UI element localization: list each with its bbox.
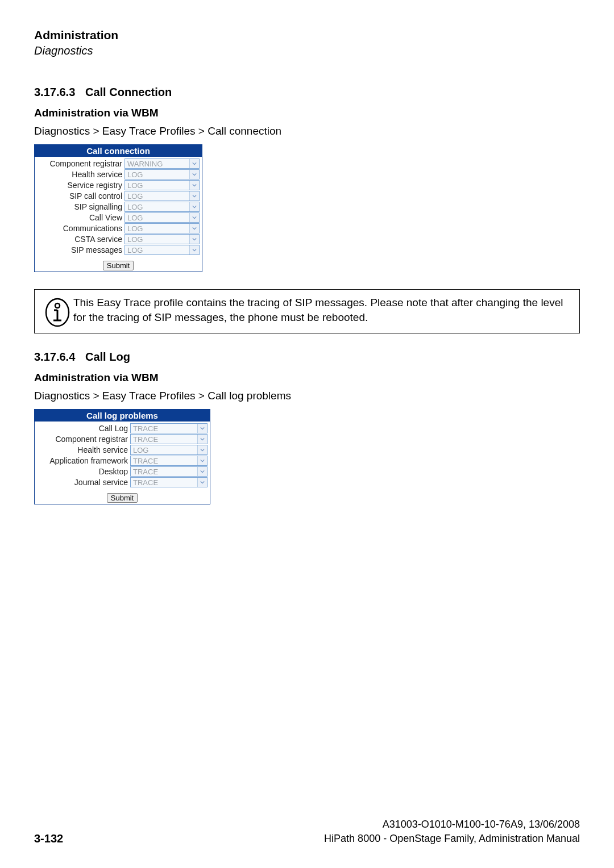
dropdown-value: WARNING	[127, 160, 163, 168]
panel-call-connection: Call connection Component registrarWARNI…	[34, 144, 202, 272]
chevron-down-icon[interactable]	[189, 235, 199, 244]
chevron-down-icon[interactable]	[197, 478, 207, 487]
chevron-down-icon[interactable]	[197, 456, 207, 465]
header-title: Administration	[34, 28, 580, 42]
dropdown-value: LOG	[127, 235, 143, 244]
row-label: Health service	[37, 170, 125, 179]
dropdown-value: LOG	[127, 203, 143, 211]
chevron-down-icon[interactable]	[189, 213, 199, 222]
submit-button[interactable]: Submit	[103, 261, 134, 270]
log-level-dropdown[interactable]: TRACE	[130, 423, 208, 433]
panel-row: Call ViewLOG	[37, 212, 200, 223]
chevron-down-icon[interactable]	[189, 181, 199, 190]
panel-row: Health serviceLOG	[37, 445, 208, 455]
row-label: CSTA service	[37, 235, 125, 244]
row-label: SIP messages	[37, 245, 125, 254]
submit-button[interactable]: Submit	[107, 493, 138, 503]
panel-row: Application frameworkTRACE	[37, 456, 208, 466]
log-level-dropdown[interactable]: LOG	[130, 445, 208, 455]
chevron-down-icon[interactable]	[189, 224, 199, 233]
dropdown-value: LOG	[127, 170, 143, 179]
log-level-dropdown[interactable]: TRACE	[130, 477, 208, 487]
panel-row: CommunicationsLOG	[37, 223, 200, 233]
dropdown-value: TRACE	[133, 468, 158, 476]
dropdown-value: LOG	[127, 224, 143, 233]
log-level-dropdown[interactable]: LOG	[125, 212, 200, 223]
panel-title: Call connection	[35, 145, 202, 157]
log-level-dropdown[interactable]: LOG	[125, 169, 200, 180]
dropdown-value: LOG	[127, 192, 143, 201]
dropdown-value: LOG	[127, 246, 143, 254]
page-number: 3-132	[34, 832, 63, 845]
log-level-dropdown[interactable]: LOG	[125, 180, 200, 190]
row-label: Call View	[37, 213, 125, 222]
subheading-admin-wbm: Administration via WBM	[34, 107, 580, 119]
row-label: Service registry	[37, 181, 125, 190]
panel-row: Journal serviceTRACE	[37, 477, 208, 487]
row-label: Application framework	[37, 456, 130, 465]
panel-row: Call LogTRACE	[37, 423, 208, 433]
dropdown-value: TRACE	[133, 457, 158, 465]
row-label: SIP call control	[37, 191, 125, 201]
row-label: Journal service	[37, 478, 130, 487]
section-heading-call-log: 3.17.6.4Call Log	[34, 350, 580, 364]
log-level-dropdown[interactable]: LOG	[125, 245, 200, 255]
log-level-dropdown[interactable]: TRACE	[130, 456, 208, 466]
header-subtitle: Diagnostics	[34, 44, 580, 57]
chevron-down-icon[interactable]	[189, 202, 199, 211]
section-number: 3.17.6.4	[34, 350, 85, 364]
panel-row: SIP signallingLOG	[37, 202, 200, 212]
log-level-dropdown[interactable]: WARNING	[125, 158, 200, 169]
panel-row: Health serviceLOG	[37, 169, 200, 180]
chevron-down-icon[interactable]	[197, 424, 207, 433]
panel-row: SIP messagesLOG	[37, 245, 200, 255]
panel-title: Call log problems	[35, 410, 210, 422]
dropdown-value: TRACE	[133, 435, 158, 444]
dropdown-value: LOG	[127, 214, 143, 222]
log-level-dropdown[interactable]: LOG	[125, 223, 200, 233]
row-label: Health service	[37, 445, 130, 454]
doc-id: A31003-O1010-M100-10-76A9, 13/06/2008	[324, 817, 580, 831]
panel-row: Service registryLOG	[37, 180, 200, 190]
subheading-admin-wbm: Administration via WBM	[34, 372, 580, 384]
log-level-dropdown[interactable]: TRACE	[130, 434, 208, 444]
panel-row: Component registrarTRACE	[37, 434, 208, 444]
section-number: 3.17.6.3	[34, 86, 85, 99]
panel-row: CSTA serviceLOG	[37, 234, 200, 244]
dropdown-value: TRACE	[133, 478, 158, 487]
dropdown-value: TRACE	[133, 424, 158, 433]
section-heading-call-connection: 3.17.6.3Call Connection	[34, 86, 580, 99]
section-title: Call Log	[85, 350, 130, 363]
chevron-down-icon[interactable]	[189, 191, 199, 201]
doc-title: HiPath 8000 - OpenStage Family, Administ…	[324, 832, 580, 845]
log-level-dropdown[interactable]: LOG	[125, 191, 200, 201]
row-label: Call Log	[37, 424, 130, 433]
panel-row: SIP call controlLOG	[37, 191, 200, 201]
log-level-dropdown[interactable]: LOG	[125, 234, 200, 244]
info-icon	[42, 295, 73, 327]
chevron-down-icon[interactable]	[197, 467, 207, 476]
dropdown-value: LOG	[133, 446, 148, 454]
chevron-down-icon[interactable]	[197, 445, 207, 454]
panel-row: DesktopTRACE	[37, 466, 208, 477]
chevron-down-icon[interactable]	[197, 435, 207, 444]
panel-row: Component registrarWARNING	[37, 158, 200, 169]
section-title: Call Connection	[85, 86, 172, 98]
chevron-down-icon[interactable]	[189, 159, 199, 168]
row-label: Component registrar	[37, 435, 130, 444]
dropdown-value: LOG	[127, 181, 143, 190]
info-note-box: This Easy Trace profile contains the tra…	[34, 289, 580, 333]
row-label: SIP signalling	[37, 202, 125, 211]
panel-call-log-problems: Call log problems Call LogTRACEComponent…	[34, 409, 210, 504]
row-label: Desktop	[37, 467, 130, 476]
chevron-down-icon[interactable]	[189, 170, 199, 179]
info-note-text: This Easy Trace profile contains the tra…	[73, 295, 572, 324]
breadcrumb-call-connection: Diagnostics > Easy Trace Profiles > Call…	[34, 125, 580, 137]
breadcrumb-call-log: Diagnostics > Easy Trace Profiles > Call…	[34, 390, 580, 402]
log-level-dropdown[interactable]: LOG	[125, 202, 200, 212]
chevron-down-icon[interactable]	[189, 245, 199, 254]
row-label: Communications	[37, 224, 125, 233]
row-label: Component registrar	[37, 159, 125, 168]
log-level-dropdown[interactable]: TRACE	[130, 466, 208, 477]
svg-point-1	[55, 303, 60, 308]
